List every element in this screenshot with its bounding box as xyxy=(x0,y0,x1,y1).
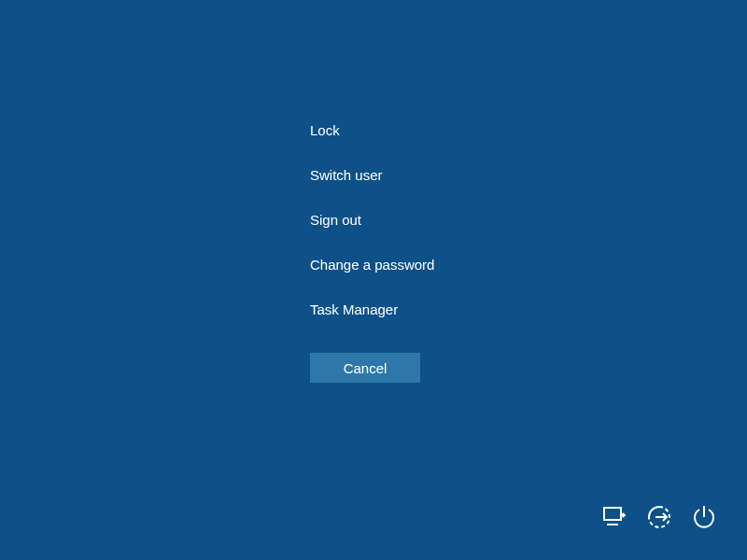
power-icon[interactable] xyxy=(691,504,717,530)
task-manager-option[interactable]: Task Manager xyxy=(310,301,434,319)
switch-user-option[interactable]: Switch user xyxy=(310,166,434,185)
ease-of-access-icon[interactable] xyxy=(646,504,672,530)
lock-option[interactable]: Lock xyxy=(310,121,434,140)
sign-out-option[interactable]: Sign out xyxy=(310,211,434,230)
network-icon[interactable] xyxy=(601,504,627,530)
svg-rect-0 xyxy=(604,508,621,520)
change-password-option[interactable]: Change a password xyxy=(310,256,434,274)
security-options-menu: Lock Switch user Sign out Change a passw… xyxy=(310,121,434,345)
cancel-button[interactable]: Cancel xyxy=(310,353,420,383)
system-tray xyxy=(601,504,717,530)
